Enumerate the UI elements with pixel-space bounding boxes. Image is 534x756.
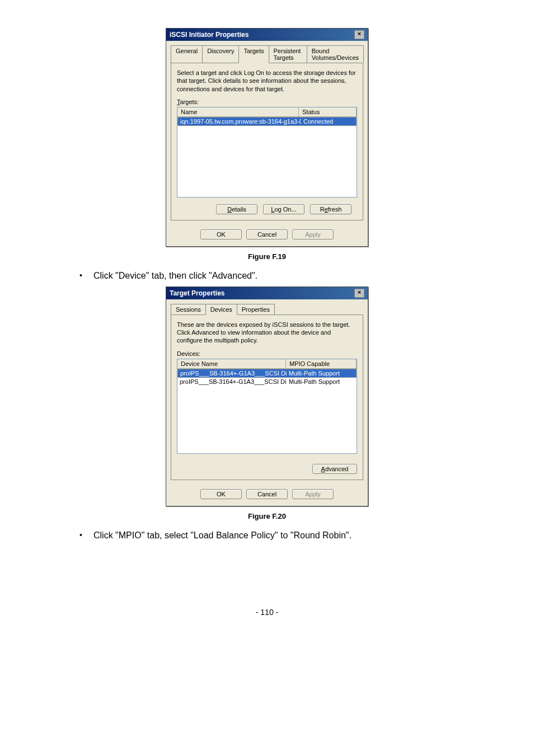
tab-targets[interactable]: Targets — [238, 45, 269, 63]
device-mpio: Multi-Path Support — [287, 378, 357, 386]
titlebar: Target Properties × — [166, 287, 368, 299]
tab-sessions[interactable]: Sessions — [171, 304, 206, 314]
instruction-2: • Click "MPIO" tab, select "Load Balance… — [79, 530, 489, 541]
action-buttons: Advanced — [177, 464, 357, 474]
ok-button[interactable]: OK — [200, 229, 242, 240]
target-name: iqn.1997-05.tw.com.proware:sb-3164-g1a3-… — [178, 118, 301, 125]
description-text: Select a target and click Log On to acce… — [177, 69, 357, 93]
dialog-buttons: OK Cancel Apply — [166, 225, 368, 246]
col-name: Name — [177, 107, 299, 116]
col-mpio-capable: MPIO Capable — [286, 359, 357, 368]
close-icon[interactable]: × — [354, 30, 364, 39]
device-row[interactable]: proIPS___SB-3164+-G1A3___SCSI Disk Devic… — [177, 369, 357, 378]
bullet-dot-icon: • — [79, 271, 93, 281]
cancel-button[interactable]: Cancel — [246, 489, 288, 499]
col-device-name: Device Name — [177, 359, 286, 368]
device-row[interactable]: proIPS___SB-3164+-G1A3___SCSI Disk Devic… — [177, 378, 357, 386]
target-status: Connected — [301, 118, 356, 125]
refresh-button[interactable]: Refresh — [310, 204, 352, 214]
targets-listbox[interactable]: Name Status iqn.1997-05.tw.com.proware:s… — [177, 107, 357, 198]
device-name: proIPS___SB-3164+-G1A3___SCSI Disk Devic… — [177, 378, 287, 386]
figure-caption-1: Figure F.19 — [45, 252, 489, 261]
apply-button[interactable]: Apply — [292, 489, 334, 499]
advanced-button[interactable]: Advanced — [312, 464, 357, 474]
tab-bound-volumes[interactable]: Bound Volumes/Devices — [307, 45, 364, 63]
details-button[interactable]: Details — [216, 204, 257, 214]
iscsi-initiator-dialog: iSCSI Initiator Properties × General Dis… — [166, 28, 368, 247]
tab-general[interactable]: General — [171, 45, 203, 63]
target-properties-dialog: Target Properties × Sessions Devices Pro… — [166, 287, 368, 506]
figure-caption-2: Figure F.20 — [45, 512, 489, 520]
targets-label: Targets: — [177, 98, 357, 105]
instruction-2-text: Click "MPIO" tab, select "Load Balance P… — [93, 530, 352, 541]
action-buttons: Details Log On... Refresh — [177, 204, 357, 214]
ok-button[interactable]: OK — [200, 489, 242, 499]
page-number: - 110 - — [45, 608, 489, 617]
list-header: Name Status — [177, 107, 357, 117]
tabs: General Discovery Targets Persistent Tar… — [171, 45, 363, 63]
tab-content: Select a target and click Log On to acce… — [171, 63, 363, 220]
dialog-buttons: OK Cancel Apply — [166, 485, 368, 506]
dialog-title: Target Properties — [170, 289, 224, 297]
close-icon[interactable]: × — [354, 289, 364, 298]
apply-button[interactable]: Apply — [292, 229, 334, 240]
instruction-1-text: Click "Device" tab, then click "Advanced… — [93, 271, 257, 281]
tab-content: These are the devices exposed by iSCSI s… — [171, 314, 363, 480]
col-status: Status — [299, 107, 357, 116]
list-header: Device Name MPIO Capable — [177, 359, 357, 369]
devices-listbox[interactable]: Device Name MPIO Capable proIPS___SB-316… — [177, 359, 357, 454]
device-mpio: Multi-Path Support — [287, 369, 356, 377]
instruction-1: • Click "Device" tab, then click "Advanc… — [79, 271, 489, 281]
device-name: proIPS___SB-3164+-G1A3___SCSI Disk Devic… — [178, 369, 287, 377]
titlebar: iSCSI Initiator Properties × — [166, 29, 368, 41]
target-row[interactable]: iqn.1997-05.tw.com.proware:sb-3164-g1a3-… — [177, 117, 357, 126]
tab-persistent-targets[interactable]: Persistent Targets — [269, 45, 307, 63]
devices-label: Devices: — [177, 350, 357, 357]
tab-devices[interactable]: Devices — [205, 304, 237, 315]
bullet-dot-icon: • — [79, 530, 93, 541]
tabs: Sessions Devices Properties — [171, 304, 363, 314]
cancel-button[interactable]: Cancel — [246, 229, 288, 240]
tab-discovery[interactable]: Discovery — [202, 45, 239, 63]
logon-button[interactable]: Log On... — [263, 204, 305, 214]
tab-properties[interactable]: Properties — [237, 304, 275, 314]
dialog-title: iSCSI Initiator Properties — [170, 31, 249, 39]
description-text: These are the devices exposed by iSCSI s… — [177, 321, 357, 345]
